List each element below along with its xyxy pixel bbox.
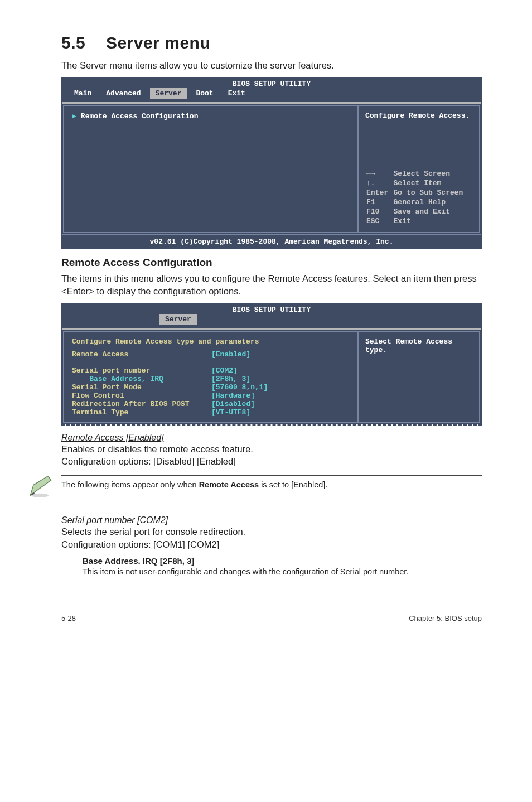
bios1-help-keys: ←→Select Screen↑↓Select ItemEnterGo to S…: [365, 168, 472, 226]
help-key-row: ←→Select Screen: [366, 170, 471, 178]
bios2-field-row: Redirection After BIOS POST[Disabled]: [72, 400, 350, 408]
bios2-field-row: Flow Control[Hardware]: [72, 392, 350, 400]
bios2-field-label: Base Address, IRQ: [72, 375, 211, 383]
bios2-field-row: Terminal Type[VT-UTF8]: [72, 408, 350, 417]
bios2-right-panel: Select Remote Access type.: [357, 331, 480, 423]
remote-access-body: The items in this menu allows you to con…: [61, 272, 482, 297]
note-post: is set to [Enabled].: [259, 480, 327, 489]
bios1-left-panel: ▶Remote Access Configuration: [63, 105, 357, 233]
setting-serial-port-line2: Configuration options: [COM1] [COM2]: [61, 538, 482, 550]
intro-text: The Server menu items allow you to custo…: [61, 59, 482, 71]
bios2-field-value: [Disabled]: [211, 400, 255, 408]
sub-setting-head: Base Address. IRQ [2F8h, 3]: [83, 556, 482, 566]
bios1-tab-server: Server: [150, 88, 187, 99]
section-heading: 5.5Server menu: [61, 33, 482, 52]
bios2-field-row: Serial Port Mode[57600 8,n,1]: [72, 383, 350, 392]
bios2-field-value: [2F8h, 3]: [211, 375, 250, 383]
bios1-tab-advanced: Advanced: [100, 88, 146, 99]
section-title: Server menu: [106, 33, 210, 52]
page-footer: 5-28 Chapter 5: BIOS setup: [0, 614, 532, 639]
bios2-right-help: Select Remote Access type.: [365, 337, 472, 354]
bios2-left-panel: Configure Remote Access type and paramet…: [63, 331, 357, 423]
help-key-row: EnterGo to Sub Screen: [366, 189, 471, 197]
help-key-row: ↑↓Select Item: [366, 179, 471, 187]
pencil-note-icon: [28, 473, 58, 501]
sub-setting-body: This item is not user-configurable and c…: [83, 567, 482, 578]
bios2-tab-server: Server: [159, 314, 197, 325]
bios2-field-value: [Enabled]: [211, 350, 250, 359]
bios2-field-label: Redirection After BIOS POST: [72, 400, 211, 408]
bios2-header-line: Configure Remote Access type and paramet…: [72, 337, 350, 346]
bios1-tab-boot: Boot: [190, 88, 219, 99]
bios-screenshot-2: BIOS SETUP UTILITY Server Configure Remo…: [61, 303, 482, 424]
bios2-field-value: [VT-UTF8]: [211, 408, 250, 417]
bios2-field-label: Terminal Type: [72, 408, 211, 417]
bios1-title: BIOS SETUP UTILITY: [62, 78, 481, 88]
bios1-right-help: Configure Remote Access.: [365, 112, 472, 120]
bios2-field-value: [57600 8,n,1]: [211, 383, 268, 392]
bios2-field-row: Base Address, IRQ[2F8h, 3]: [72, 375, 350, 383]
setting-serial-port-head: Serial port number [COM2]: [61, 515, 168, 525]
bios1-tabs: MainAdvancedServerBootExit: [62, 88, 481, 102]
bios2-field-row: Remote Access[Enabled]: [72, 350, 350, 359]
setting-serial-port-line1: Selects the serial port for console redi…: [61, 525, 482, 538]
setting-remote-access-head: Remote Access [Enabled]: [61, 433, 164, 443]
bios-screenshot-1: BIOS SETUP UTILITY MainAdvancedServerBoo…: [61, 77, 482, 249]
help-key-row: ESCExit: [366, 217, 471, 225]
help-key-row: F1General Help: [366, 198, 471, 206]
bios1-right-panel: Configure Remote Access. ←→Select Screen…: [357, 105, 480, 233]
footer-left: 5-28: [61, 614, 76, 622]
setting-remote-access-line1: Enables or disables the remote access fe…: [61, 443, 482, 455]
bios2-title: BIOS SETUP UTILITY: [62, 303, 481, 314]
setting-remote-access-line2: Configuration options: [Disabled] [Enabl…: [61, 455, 482, 467]
submenu-arrow-icon: ▶: [72, 112, 76, 120]
bios1-tab-main: Main: [69, 88, 97, 99]
bios2-tabs: Server: [62, 314, 481, 328]
bios2-field-row: Serial port number[COM2]: [72, 366, 350, 375]
note-pre: The following items appear only when: [61, 480, 199, 489]
section-number: 5.5: [61, 33, 106, 52]
bios2-field-value: [Hardware]: [211, 392, 255, 400]
bios1-footer: v02.61 (C)Copyright 1985-2008, American …: [62, 234, 481, 248]
remote-access-heading: Remote Access Configuration: [61, 257, 482, 269]
bios2-field-label: Serial Port Mode: [72, 383, 211, 392]
bios1-tab-exit: Exit: [223, 88, 251, 99]
note-row: The following items appear only when Rem…: [28, 475, 482, 501]
bios2-field-label: Serial port number: [72, 366, 211, 375]
bios1-item: Remote Access Configuration: [81, 112, 199, 120]
note-bold: Remote Access: [199, 480, 259, 489]
help-key-row: F10Save and Exit: [366, 207, 471, 216]
footer-right: Chapter 5: BIOS setup: [409, 614, 482, 622]
bios2-field-label: Flow Control: [72, 392, 211, 400]
bios2-field-label: Remote Access: [72, 350, 211, 359]
bios2-field-value: [COM2]: [211, 366, 238, 375]
note-text: The following items appear only when Rem…: [61, 475, 482, 494]
